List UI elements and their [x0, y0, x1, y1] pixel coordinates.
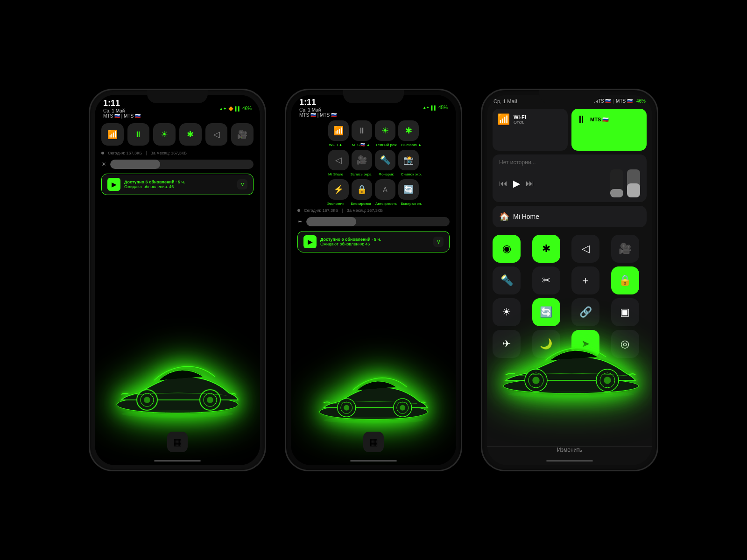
signal-icon-cc: ⏸ [576, 113, 586, 126]
phone-3: Ср, 1 Май MTS 🇷🇺 | MTS 🇷🇺 46% 📶 Wi-Fi От… [481, 89, 658, 471]
media-next-btn[interactable]: ⏭ [526, 179, 534, 189]
media-player: Нет истории... ⏮ ▶ ⏭ [493, 154, 647, 202]
ph2-wifi-btn[interactable]: 📶 [328, 120, 349, 141]
svg-point-16 [400, 405, 405, 410]
brightness-slider-v[interactable] [610, 169, 623, 197]
status-icons-1: ▲✦ 🔶 ▌▌ 46% [219, 106, 252, 111]
cc-btn-lock[interactable]: 🔒 [611, 266, 639, 294]
brightness-slider-fill [610, 189, 623, 197]
brightness-track[interactable] [110, 160, 254, 169]
ph2-dark-btn[interactable]: ☀ [375, 120, 395, 141]
ph2-economy-label: Экономия [324, 202, 347, 206]
date-1: Ср, 1 Май MTS 🇷🇺 | MTS 🇷🇺 [103, 108, 141, 119]
ph2-battery-btn[interactable]: ⚡ [328, 179, 349, 200]
toggle-pause[interactable]: ⏸ [127, 123, 150, 146]
brightness-row-2: ☀ [291, 214, 456, 229]
cc-sep: | [613, 98, 614, 104]
media-no-history: Нет истории... [499, 159, 640, 166]
ph2-bt-label: Bluetooth ▲ [400, 143, 423, 147]
svg-point-24 [604, 377, 611, 384]
wifi-sub: Откл. [514, 120, 526, 125]
ph2-flashlight-label: Фонарик [375, 172, 397, 176]
battery-2: 45% [438, 105, 448, 110]
toggle-wifi[interactable]: 📶 [101, 123, 124, 146]
ph2-mts-label: MTS 🇷🇺 ▲ [350, 143, 372, 147]
volume-slider-v[interactable] [627, 169, 640, 197]
home-indicator-1 [154, 460, 201, 462]
cc-btn-sun[interactable]: ☀ [493, 298, 521, 326]
toggle-back[interactable]: ◁ [205, 123, 228, 146]
cc-btn-scissors[interactable]: ✂ [532, 266, 560, 294]
cc-control-grid: ◉ ✱ ◁ 🎥 🔦 ✂ ＋ 🔒 ☀ 🔄 🔗 ▣ ✈ 🌙 ➤ ◎ [487, 231, 652, 362]
update-chevron-2[interactable]: ∨ [433, 237, 444, 247]
cc-btn-plus[interactable]: ＋ [571, 266, 599, 294]
dock-icon-apps-2[interactable]: ▦ [363, 432, 384, 452]
cc-btn-focus[interactable]: ◎ [611, 330, 639, 358]
svg-point-23 [600, 373, 615, 388]
svg-point-19 [525, 369, 547, 392]
brightness-track-2[interactable] [306, 217, 450, 226]
dock-icon-apps[interactable]: ▦ [167, 432, 188, 452]
time-1: 1:11 [103, 98, 141, 108]
ph2-lock-btn[interactable]: 🔒 [352, 179, 372, 200]
update-banner-2[interactable]: ▶ Доступно 6 обновлений · 5 ч. Ожидают о… [297, 231, 450, 252]
car-svg [103, 344, 252, 428]
media-prev-btn[interactable]: ⏮ [499, 179, 507, 189]
svg-point-13 [344, 405, 349, 410]
svg-point-17 [324, 417, 423, 423]
ph2-labels-row3: Экономия Блокировка Автояркость Быстрая … [291, 202, 456, 207]
cc-btn-bt[interactable]: ✱ [532, 235, 560, 263]
modify-button[interactable]: Изменить [487, 443, 652, 457]
network-bars: ▌▌ [235, 106, 241, 111]
mts-label: MTS 🇷🇺 [590, 117, 609, 123]
cc-btn-link[interactable]: 🔗 [571, 298, 599, 326]
brightness-icon-2: ☀ [297, 218, 303, 225]
ph2-labels-row1: Wi-Fi ▲ MTS 🇷🇺 ▲ Темный реж Bluetooth ▲ [291, 143, 456, 148]
phone-2: 1:11 Ср, 1 Май MTS 🇷🇺 | MTS 🇷🇺 ▲✦ ▌▌ 45%… [285, 89, 462, 471]
svg-point-21 [533, 377, 539, 384]
toggle-bluetooth[interactable]: ✱ [179, 123, 202, 146]
brightness-fill [110, 160, 160, 169]
cc-carrier1: MTS 🇷🇺 [594, 98, 611, 104]
cc-mts-tile[interactable]: ⏸ MTS 🇷🇺 [571, 109, 647, 151]
cc-btn-eye[interactable]: ◉ [493, 235, 521, 263]
ph2-flashlight-btn[interactable]: 🔦 [375, 150, 395, 170]
ph2-quick-label: Быстрая оп. [400, 202, 423, 206]
ph2-mishare-btn[interactable]: ◁ [328, 150, 349, 170]
bottom-dock-1: ▦ [167, 432, 188, 452]
cc-btn-screen[interactable]: ▣ [611, 298, 639, 326]
update-banner-1[interactable]: ▶ Доступно 6 обновлений · 5 ч. Ожидают о… [101, 174, 254, 195]
cc-btn-flash[interactable]: 🔦 [493, 266, 521, 294]
cc-btn-location[interactable]: ➤ [571, 330, 599, 358]
ph2-quick-btn[interactable]: 🔄 [398, 179, 419, 200]
cc-btn-airplane[interactable]: ✈ [493, 330, 521, 358]
ph2-mishare-label: Mi Share [324, 172, 347, 176]
ph2-toggles-row1: 📶 ⏸ ☀ ✱ [291, 119, 456, 143]
battery-icon: 46% [242, 106, 252, 111]
ph2-screenshot-btn[interactable]: 📸 [398, 150, 419, 170]
ph2-signal-btn[interactable]: ⏸ [352, 120, 372, 141]
mi-home-label: Mi Home [513, 213, 539, 220]
status-bar-2: 1:11 Ср, 1 Май MTS 🇷🇺 | MTS 🇷🇺 ▲✦ ▌▌ 45% [291, 95, 456, 119]
cc-btn-camera[interactable]: 🎥 [611, 235, 639, 263]
data-dot [101, 152, 104, 154]
cc-battery: 46% [636, 98, 646, 104]
update-chevron[interactable]: ∨ [237, 179, 247, 189]
update-text-2: Доступно 6 обновлений · 5 ч. Ожидают обн… [320, 237, 430, 246]
update-icon: ▶ [107, 178, 120, 191]
cc-wifi-tile[interactable]: 📶 Wi-Fi Откл. [493, 109, 568, 151]
ph2-screenrec-label: Запись экра [350, 172, 372, 176]
date-2: Ср, 1 Май MTS 🇷🇺 | MTS 🇷🇺 [299, 107, 337, 118]
cc-btn-rotate[interactable]: 🔄 [532, 298, 560, 326]
brightness-icon: ☀ [101, 161, 106, 168]
ph2-screenrec-btn[interactable]: 🎥 [352, 150, 372, 170]
phone-1-screen: 1:11 Ср, 1 Май MTS 🇷🇺 | MTS 🇷🇺 ▲✦ 🔶 ▌▌ 4… [95, 95, 260, 465]
toggle-brightness[interactable]: ☀ [153, 123, 176, 146]
media-play-btn[interactable]: ▶ [513, 178, 520, 189]
mi-home-button[interactable]: 🏠 Mi Home [493, 206, 647, 227]
ph2-auto-btn[interactable]: A [375, 179, 395, 200]
cc-btn-moon[interactable]: 🌙 [532, 330, 560, 358]
ph2-bt-btn[interactable]: ✱ [398, 120, 419, 141]
toggle-camera[interactable]: 🎥 [231, 123, 254, 146]
cc-btn-cast[interactable]: ◁ [571, 235, 599, 263]
